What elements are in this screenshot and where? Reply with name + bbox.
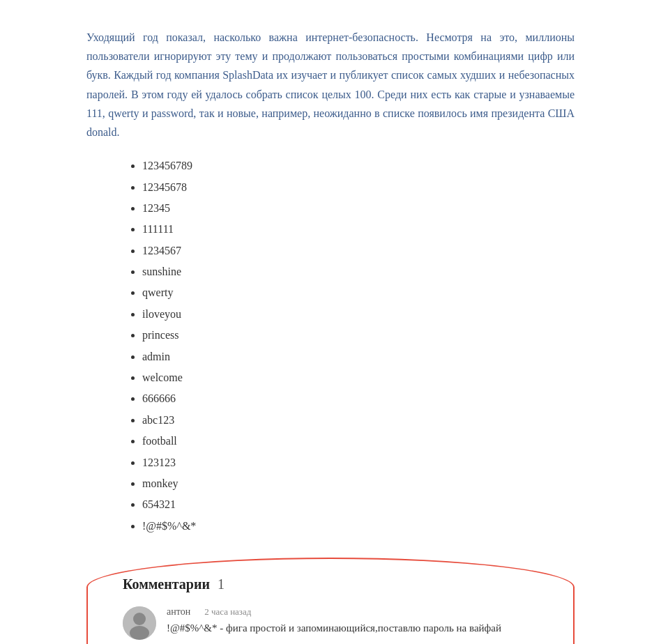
list-item: sunshine <box>142 261 575 282</box>
comments-title: Комментарии 1 <box>123 576 538 592</box>
list-item: abc123 <box>142 410 575 431</box>
comments-heading: Комментарии <box>123 576 210 592</box>
svg-point-2 <box>130 626 149 640</box>
comment-text: !@#$%^&* - фига простой и запоминающийся… <box>167 620 538 636</box>
list-item: admin <box>142 346 575 367</box>
comment-item: антон 2 часа назад !@#$%^&* - фига прост… <box>123 606 538 640</box>
list-item: 123123 <box>142 452 575 473</box>
list-item: qwerty <box>142 282 575 303</box>
list-item: 654321 <box>142 494 575 515</box>
comments-count: 1 <box>218 576 225 592</box>
list-item: monkey <box>142 473 575 494</box>
list-item: !@#$%^&* <box>142 516 575 537</box>
comment-meta: антон 2 часа назад <box>167 606 538 618</box>
list-item: 1234567 <box>142 240 575 261</box>
list-item: 123456789 <box>142 155 575 176</box>
list-item: 12345678 <box>142 177 575 198</box>
avatar <box>123 606 156 640</box>
comment-content: антон 2 часа назад !@#$%^&* - фига прост… <box>167 606 538 636</box>
list-item: 666666 <box>142 388 575 409</box>
svg-point-1 <box>133 613 146 625</box>
main-container: Уходящий год показал, насколько важна ин… <box>59 14 602 644</box>
list-item: iloveyou <box>142 304 575 325</box>
comment-author: антон <box>167 606 190 618</box>
list-item: welcome <box>142 367 575 388</box>
comment-time: 2 часа назад <box>204 606 251 618</box>
comments-section: Комментарии 1 антон 2 часа назад !@#$%^&… <box>86 558 575 644</box>
list-item: 111111 <box>142 219 575 240</box>
article-paragraph: Уходящий год показал, насколько важна ин… <box>86 28 575 141</box>
list-item: 12345 <box>142 198 575 219</box>
password-list: 12345678912345678123451111111234567sunsh… <box>86 155 575 537</box>
list-item: football <box>142 431 575 452</box>
list-item: princess <box>142 325 575 346</box>
